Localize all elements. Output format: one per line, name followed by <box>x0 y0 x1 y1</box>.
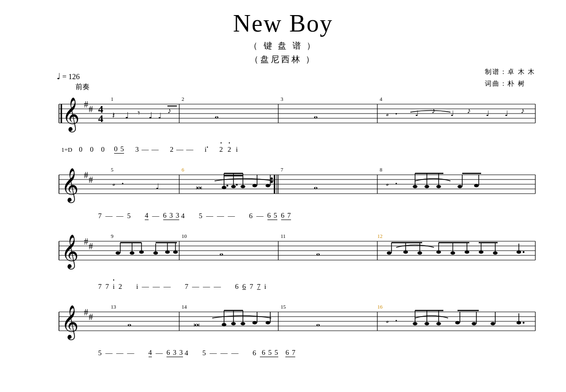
n3-7b: 7 <box>106 283 109 291</box>
svg-point-184 <box>413 322 417 325</box>
svg-text:8: 8 <box>380 167 383 172</box>
svg-point-187 <box>455 321 460 324</box>
n4-6d: 6 <box>285 349 289 357</box>
n1-05-group: 0 5 <box>114 145 124 154</box>
svg-text:𝄾: 𝄾 <box>138 111 140 115</box>
system-4: 𝄞 # # 13 14 15 16 𝅝 𝅜 <box>28 300 538 357</box>
n2-6-group: 6 3 3 <box>163 212 180 220</box>
n2-65-group: 6 5 <box>267 212 277 220</box>
n2-4-group: 4 <box>145 212 149 220</box>
composer-label: 词曲： <box>485 80 508 87</box>
svg-text:♩: ♩ <box>450 109 454 117</box>
svg-point-171 <box>231 322 236 325</box>
section-label-intro: 前奏 <box>75 82 538 91</box>
svg-text:7: 7 <box>281 167 283 172</box>
n2-d3: — <box>152 212 159 220</box>
svg-text:4: 4 <box>380 96 383 102</box>
svg-text:13: 13 <box>111 304 117 310</box>
n1-2top: • 2 <box>219 141 223 154</box>
transcriber-name: 卓 木 木 <box>508 68 535 75</box>
svg-point-69 <box>252 184 257 187</box>
svg-point-196 <box>523 322 524 324</box>
system-2: 𝄞 # # 5 6 7 8 𝅗 • ♩ 𝅜 <box>28 163 538 220</box>
n3-d2: — <box>153 283 160 291</box>
svg-text:𝄞: 𝄞 <box>61 305 79 341</box>
n3-d4: — <box>192 283 199 291</box>
n1-d2: — <box>151 146 158 154</box>
key-sig-label: 1=D <box>61 146 72 154</box>
svg-point-192 <box>491 322 495 325</box>
n4-65-group: 6 5 5 <box>260 349 278 357</box>
n4-5a: 5 <box>98 349 102 357</box>
n1-3: 3 <box>135 146 139 154</box>
n4-d5: — <box>210 349 217 357</box>
tempo-marking: ♩ = 126 <box>57 71 538 82</box>
svg-text:6: 6 <box>182 167 184 172</box>
svg-text:♪: ♪ <box>432 106 435 114</box>
svg-text:3: 3 <box>281 96 283 102</box>
n3-i2: i <box>136 283 138 291</box>
svg-point-84 <box>413 185 417 188</box>
svg-text:♪: ♪ <box>521 106 524 114</box>
system-3: 𝄞 # # 9 10 11 12 <box>28 229 538 291</box>
svg-text:11: 11 <box>281 233 286 239</box>
n4-5d: 5 <box>275 349 278 357</box>
svg-text:#: # <box>84 237 88 246</box>
n2-6c: 6 <box>267 212 271 220</box>
n4-4b: 4 <box>185 349 189 357</box>
credits: 制谱：卓 木 木 词曲：朴 树 <box>485 66 535 90</box>
svg-point-175 <box>266 321 270 324</box>
svg-text:#: # <box>84 171 88 180</box>
n1-i1: i• <box>205 145 208 154</box>
n3-6b-under: • 6 <box>242 278 246 291</box>
n3-d6: — <box>214 283 221 291</box>
svg-text:15: 15 <box>281 304 286 310</box>
svg-point-185 <box>424 322 429 325</box>
svg-point-64 <box>222 186 226 189</box>
n2-5: 5 <box>127 212 131 220</box>
n2-3a: 3 <box>169 212 173 220</box>
svg-point-71 <box>266 184 270 187</box>
svg-point-65 <box>231 185 236 188</box>
n2-6d: 6 <box>281 212 285 220</box>
svg-point-173 <box>252 321 257 324</box>
svg-text:1: 1 <box>111 96 114 102</box>
page: New Boy （ 键 盘 谱 ） （盘尼西林 ） 制谱：卓 木 木 词曲：朴 … <box>0 0 566 392</box>
svg-text:•: • <box>395 180 397 187</box>
svg-text:12: 12 <box>377 233 383 239</box>
n2-67-group: 6 7 <box>281 212 291 220</box>
svg-text:10: 10 <box>182 233 187 239</box>
svg-text:♩: ♩ <box>486 109 490 117</box>
svg-text:♩: ♩ <box>125 111 129 120</box>
n4-d7: — <box>232 349 239 357</box>
n4-d6: — <box>221 349 228 357</box>
svg-text:#: # <box>89 175 93 185</box>
svg-text:2: 2 <box>182 96 184 102</box>
composer-name: 朴 树 <box>508 80 525 87</box>
header: New Boy （ 键 盘 谱 ） （盘尼西林 ） <box>28 9 538 66</box>
svg-text:♩: ♩ <box>149 111 152 120</box>
staff-svg-2: 𝄞 # # 5 6 7 8 𝅗 • ♩ 𝅜 <box>28 163 538 208</box>
n1-2bot: • 2 <box>227 141 231 154</box>
n4-4: 4 <box>149 349 152 357</box>
n3-d1: — <box>142 283 149 291</box>
n2-4b: 4 <box>181 212 185 220</box>
n3-i1: • i <box>113 278 115 291</box>
svg-point-85 <box>424 185 429 188</box>
svg-text:•: • <box>395 111 397 117</box>
n1-d4: — <box>186 146 193 154</box>
n4-3a: 3 <box>173 349 177 357</box>
n2-6b: 6 <box>249 212 253 220</box>
svg-text:•: • <box>122 180 124 187</box>
n2-d5: — <box>217 212 224 220</box>
n2-7b: 7 <box>287 212 291 220</box>
svg-point-146 <box>523 251 524 253</box>
svg-text:♩: ♩ <box>158 112 162 120</box>
svg-text:♪: ♪ <box>467 106 471 114</box>
n3-d3: — <box>164 283 171 291</box>
svg-text:♩: ♩ <box>415 109 419 117</box>
n4-d1: — <box>106 349 113 357</box>
n4-4-group: 4 <box>149 349 152 357</box>
n4-d3: — <box>127 349 134 357</box>
svg-point-66 <box>241 185 245 188</box>
